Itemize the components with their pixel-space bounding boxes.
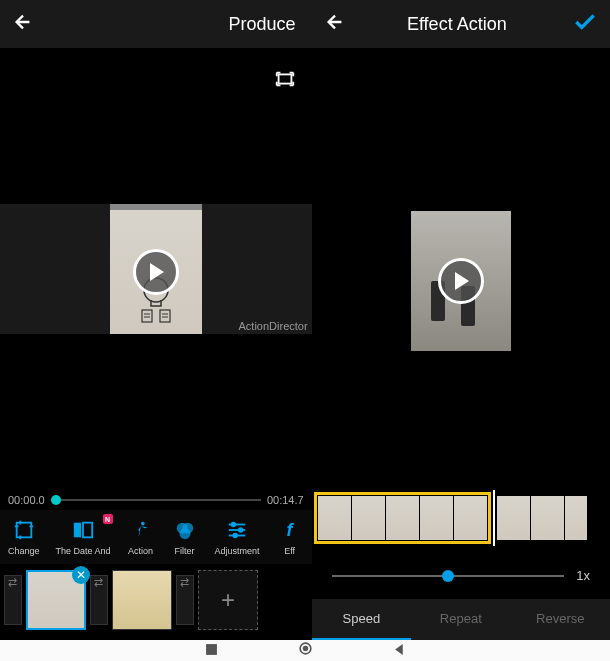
timeline-track[interactable]	[51, 499, 261, 501]
tool-title[interactable]: N The Date And	[50, 516, 117, 558]
tool-label: Action	[128, 546, 153, 556]
effect-screen: Effect Action	[312, 0, 610, 640]
tab-speed[interactable]: Speed	[312, 599, 411, 640]
svg-point-23	[302, 646, 307, 651]
confirm-icon[interactable]	[572, 9, 598, 39]
svg-rect-3	[160, 310, 170, 322]
clip-1[interactable]: ✕	[26, 570, 86, 630]
header-title: Produce	[42, 14, 300, 35]
header-bar: Produce	[0, 0, 312, 48]
tool-label: Adjustment	[215, 546, 260, 556]
time-end: 00:14.7	[267, 494, 304, 506]
timeline: 00:00.0 00:14.7	[0, 490, 312, 510]
svg-rect-10	[83, 523, 92, 538]
clip-image	[113, 571, 171, 629]
aspect-ratio-icon[interactable]	[274, 68, 296, 94]
svg-point-19	[239, 528, 243, 532]
back-icon[interactable]	[324, 11, 346, 37]
nav-back-icon[interactable]	[393, 642, 406, 660]
filter-icon	[171, 518, 199, 542]
tool-action[interactable]: Action	[121, 516, 161, 558]
svg-rect-2	[142, 310, 152, 322]
speed-value: 1x	[576, 568, 590, 583]
swap-icon: ⇄	[5, 576, 19, 589]
filmstrip-frame	[565, 496, 587, 540]
fx-icon: f	[276, 518, 304, 542]
plus-icon: +	[221, 586, 235, 614]
title-icon	[69, 518, 97, 542]
filmstrip-frame	[531, 496, 564, 540]
filmstrip-playhead[interactable]	[493, 490, 495, 546]
tool-label: The Date And	[56, 546, 111, 556]
svg-point-14	[179, 528, 190, 539]
clip-transition[interactable]: ⇄	[90, 575, 108, 625]
play-icon	[455, 272, 469, 290]
new-badge: N	[103, 514, 113, 524]
nav-home-icon[interactable]	[298, 641, 313, 660]
clips-row: ⇄ ✕ ⇄ ⇄ +	[0, 564, 312, 640]
filmstrip-selection[interactable]	[314, 492, 491, 544]
clip-transition[interactable]: ⇄	[176, 575, 194, 625]
filmstrip-frame	[386, 496, 419, 540]
svg-rect-9	[74, 523, 81, 538]
header-title: Effect Action	[354, 14, 564, 35]
timeline-playhead[interactable]	[51, 495, 61, 505]
svg-point-20	[233, 534, 237, 538]
preview-area: ActionDirector	[0, 48, 312, 490]
play-button[interactable]	[438, 258, 484, 304]
back-icon[interactable]	[12, 11, 34, 37]
video-thumbnail	[110, 204, 202, 334]
tool-label: Filter	[175, 546, 195, 556]
tool-effect[interactable]: f Eff	[270, 516, 310, 558]
filmstrip[interactable]	[312, 484, 610, 552]
speed-handle[interactable]	[442, 570, 454, 582]
tools-row: Change N The Date And Action Filter	[0, 510, 312, 564]
svg-rect-21	[206, 644, 217, 655]
filmstrip-frame	[318, 496, 351, 540]
speed-track[interactable]	[332, 575, 565, 577]
nav-recent-icon[interactable]	[205, 642, 218, 660]
swap-icon: ⇄	[91, 576, 105, 589]
tool-filter[interactable]: Filter	[165, 516, 205, 558]
video-thumbnail	[411, 211, 511, 351]
crop-icon	[10, 518, 38, 542]
tool-change[interactable]: Change	[2, 516, 46, 558]
filmstrip-frame	[420, 496, 453, 540]
time-start: 00:00.0	[8, 494, 45, 506]
video-frame: ActionDirector	[0, 204, 312, 334]
filmstrip-frame	[454, 496, 487, 540]
play-button[interactable]	[133, 249, 179, 295]
svg-point-11	[141, 522, 145, 526]
tool-label: Change	[8, 546, 40, 556]
svg-point-18	[232, 523, 236, 527]
play-icon	[150, 263, 164, 281]
sliders-icon	[223, 518, 251, 542]
svg-rect-8	[16, 523, 31, 538]
effect-tabs: Speed Repeat Reverse	[312, 599, 610, 640]
clip-remove-button[interactable]: ✕	[72, 566, 90, 584]
tool-label: Eff	[284, 546, 295, 556]
tool-adjustment[interactable]: Adjustment	[209, 516, 266, 558]
tab-repeat[interactable]: Repeat	[411, 599, 510, 640]
filmstrip-frame	[352, 496, 385, 540]
clip-partial[interactable]: ⇄	[4, 575, 22, 625]
clip-2[interactable]	[112, 570, 172, 630]
speed-slider-row: 1x	[312, 552, 610, 599]
running-icon	[127, 518, 155, 542]
tab-reverse[interactable]: Reverse	[511, 599, 610, 640]
editor-screen: Produce	[0, 0, 312, 640]
svg-rect-0	[278, 74, 291, 83]
preview-area	[312, 48, 610, 484]
header-bar: Effect Action	[312, 0, 610, 48]
filmstrip-frame	[497, 496, 530, 540]
android-nav-bar	[0, 640, 610, 661]
swap-icon: ⇄	[177, 576, 191, 589]
add-clip-button[interactable]: +	[198, 570, 258, 630]
watermark-text: ActionDirector	[239, 320, 308, 332]
